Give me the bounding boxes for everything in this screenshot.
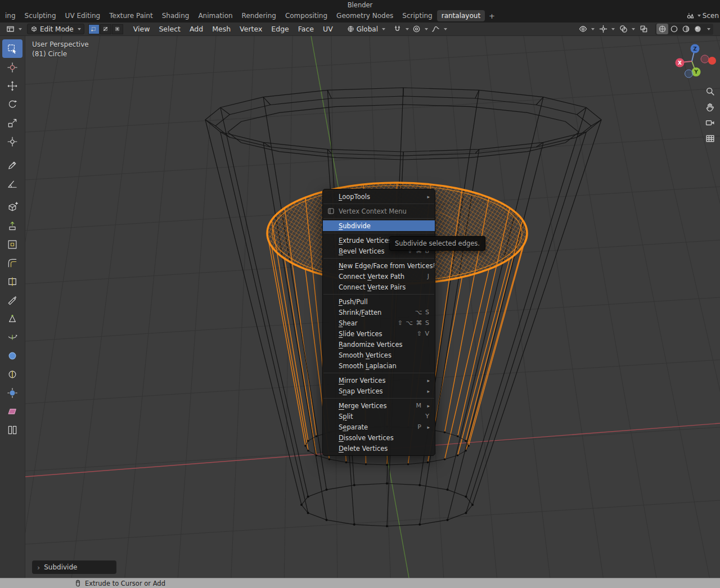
vertex-select-icon xyxy=(90,25,97,33)
workspace-tab-texture-paint[interactable]: Texture Paint xyxy=(105,10,157,21)
menu-item-split[interactable]: SplitY xyxy=(323,411,435,422)
vertex-select-button[interactable] xyxy=(88,24,100,34)
menu-view[interactable]: View xyxy=(129,25,155,33)
edge-select-button[interactable] xyxy=(100,24,111,34)
inset-faces-tool[interactable] xyxy=(2,235,22,254)
toggle-grid-button[interactable] xyxy=(704,133,716,144)
edge-slide-tool[interactable] xyxy=(2,365,22,383)
workspace-tab-sculpting[interactable]: Sculpting xyxy=(20,10,61,21)
editor-type-button[interactable] xyxy=(3,24,25,34)
workspace-tab-uv-editing[interactable]: UV Editing xyxy=(61,10,105,21)
workspace-tab-rendering[interactable]: Rendering xyxy=(237,10,281,21)
add-workspace-button[interactable]: + xyxy=(485,12,499,20)
menu-face[interactable]: Face xyxy=(294,25,318,33)
knife-tool[interactable] xyxy=(2,291,22,309)
workspace-tab-rantalayout[interactable]: rantalayout xyxy=(437,10,485,21)
pan-button[interactable] xyxy=(704,102,716,112)
menu-item-push-pull[interactable]: Push/Pull xyxy=(323,296,435,307)
camera-view-button[interactable] xyxy=(704,117,716,128)
workspace-tab-animation[interactable]: Animation xyxy=(194,10,237,21)
menu-item-separate[interactable]: SeparateP▸ xyxy=(323,422,435,432)
gizmo-x-neg-axis[interactable] xyxy=(701,55,709,63)
proportional-falloff-button[interactable] xyxy=(430,24,449,34)
mode-dropdown[interactable]: Edit Mode xyxy=(27,24,84,34)
tweak-select-tool[interactable] xyxy=(2,39,22,58)
menu-item-slide-vertices[interactable]: Slide Vertices⇧ V xyxy=(323,328,435,339)
workspace-tab-shading[interactable]: Shading xyxy=(158,10,194,21)
mode-label: Edit Mode xyxy=(40,25,74,33)
menu-item-looptools[interactable]: LoopTools▸ xyxy=(323,191,435,202)
menu-item-delete-vertices[interactable]: Delete Vertices xyxy=(323,443,435,454)
gizmo-icon xyxy=(599,25,608,33)
proportional-editing-button[interactable] xyxy=(411,24,430,34)
object-visibility-button[interactable] xyxy=(577,24,596,34)
chevron-down-icon xyxy=(698,15,701,17)
operator-panel[interactable]: › Subdivide xyxy=(32,560,116,574)
expand-chevron-icon[interactable]: › xyxy=(37,563,40,572)
smooth-tool[interactable] xyxy=(2,346,22,365)
orientation-dropdown[interactable]: Global xyxy=(344,24,388,34)
shear-tool[interactable] xyxy=(2,402,22,420)
transform-tool[interactable] xyxy=(2,132,22,151)
menu-item-connect-vertex-pairs[interactable]: Connect Vertex Pairs xyxy=(323,282,435,292)
menu-item-randomize-vertices[interactable]: Randomize Vertices xyxy=(323,339,435,350)
submenu-arrow-icon: ▸ xyxy=(425,403,430,409)
gizmo-z-neg-axis[interactable] xyxy=(685,70,693,78)
shading-solid-button[interactable] xyxy=(668,24,680,34)
rip-region-tool[interactable] xyxy=(2,420,22,439)
menu-separator xyxy=(323,218,434,219)
poly-build-tool[interactable] xyxy=(2,309,22,328)
workspace-tab-compositing[interactable]: Compositing xyxy=(281,10,332,21)
shading-rendered-button[interactable] xyxy=(692,24,704,34)
move-tool[interactable] xyxy=(2,76,22,95)
cursor-tool[interactable] xyxy=(2,58,22,76)
menu-item-shrink-fatten[interactable]: Shrink/Fatten⌥ S xyxy=(323,307,435,318)
menu-item-merge-vertices[interactable]: Merge VerticesM▸ xyxy=(323,400,435,411)
menu-edge[interactable]: Edge xyxy=(267,25,293,33)
menu-item-subdivide[interactable]: Subdivide xyxy=(323,220,435,231)
menu-item-label: Slide Vertices xyxy=(339,330,382,338)
toggle-xray-button[interactable] xyxy=(638,24,650,34)
show-overlays-button[interactable] xyxy=(618,24,637,34)
loop-cut-tool[interactable] xyxy=(2,272,22,291)
menu-item-dissolve-vertices[interactable]: Dissolve Vertices xyxy=(323,432,435,443)
menu-item-connect-vertex-path[interactable]: Connect Vertex PathJ xyxy=(323,271,435,282)
extrude-region-tool[interactable] xyxy=(2,216,22,235)
workspace-tab-scripting[interactable]: Scripting xyxy=(398,10,436,21)
menu-add[interactable]: Add xyxy=(185,25,208,33)
menu-item-smooth-vertices[interactable]: Smooth Vertices xyxy=(323,350,435,360)
face-select-button[interactable] xyxy=(112,24,123,34)
workspace-tab-geometry-nodes[interactable]: Geometry Nodes xyxy=(332,10,398,21)
shading-material-button[interactable] xyxy=(680,24,692,34)
zoom-button[interactable] xyxy=(704,86,716,97)
add-cube-tool[interactable] xyxy=(2,198,22,216)
shrink-fatten-tool[interactable] xyxy=(2,383,22,402)
rotate-tool[interactable] xyxy=(2,95,22,114)
bevel-tool[interactable] xyxy=(2,254,22,272)
menu-uv[interactable]: UV xyxy=(318,25,338,33)
workspace-tab-ing[interactable]: ing xyxy=(1,10,20,21)
shading-wireframe-button[interactable] xyxy=(656,24,668,34)
menu-item-new-edge-face-from-vertices[interactable]: New Edge/Face from VerticesF xyxy=(323,260,435,271)
navigation-gizmo[interactable]: Z X Y xyxy=(675,44,710,79)
spin-tool[interactable] xyxy=(2,328,22,346)
menu-item-label: Separate xyxy=(339,423,368,431)
show-gizmo-button[interactable] xyxy=(597,24,616,34)
menu-vertex[interactable]: Vertex xyxy=(235,25,267,33)
menu-item-label: Merge Vertices xyxy=(339,402,386,410)
annotate-tool[interactable] xyxy=(2,156,22,174)
globe-icon xyxy=(347,25,354,33)
visibility-icon xyxy=(579,25,587,33)
snap-button[interactable] xyxy=(392,24,411,34)
menu-item-shear[interactable]: Shear⇧ ⌥ ⌘ S xyxy=(323,318,435,328)
menu-item-mirror-vertices[interactable]: Mirror Vertices▸ xyxy=(323,375,435,386)
menu-item-smooth-laplacian[interactable]: Smooth Laplacian xyxy=(323,360,435,371)
shading-options-button[interactable] xyxy=(704,27,712,31)
menu-item-snap-vertices[interactable]: Snap Vertices▸ xyxy=(323,386,435,396)
menu-select[interactable]: Select xyxy=(154,25,185,33)
measure-tool[interactable] xyxy=(2,174,22,193)
scale-tool[interactable] xyxy=(2,114,22,132)
menu-mesh[interactable]: Mesh xyxy=(208,25,235,33)
context-menu-title: Vertex Context Menu xyxy=(323,206,435,216)
scene-selector[interactable]: Scen xyxy=(686,12,720,20)
